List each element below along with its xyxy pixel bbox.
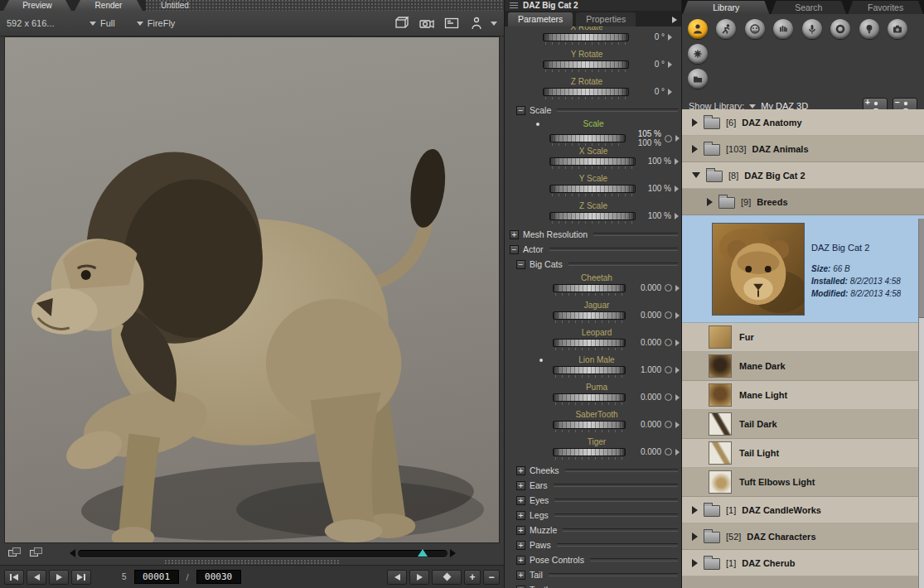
expand-arrow-icon[interactable] <box>692 506 698 514</box>
layer-view-alt-icon[interactable] <box>30 547 43 558</box>
folder-daz-animals[interactable]: [103] DAZ Animals <box>682 136 924 162</box>
group-teeth[interactable]: + Teeth <box>505 582 681 588</box>
slider-track[interactable] <box>553 339 626 347</box>
param-options-icon[interactable] <box>675 340 680 346</box>
add-frames-button[interactable]: + <box>464 570 481 585</box>
slider-tiger[interactable]: Tiger 0.000 <box>505 436 681 463</box>
slider-track[interactable] <box>549 212 636 220</box>
param-options-icon[interactable] <box>675 422 680 428</box>
param-options-icon[interactable] <box>675 285 680 292</box>
remove-frames-button[interactable]: − <box>483 570 500 585</box>
playhead-marker[interactable] <box>418 549 428 557</box>
expand-icon[interactable]: + <box>516 541 525 550</box>
group-ears[interactable]: + Ears <box>505 478 681 493</box>
slider-track[interactable] <box>553 393 626 402</box>
collapse-arrow-icon[interactable] <box>692 172 700 178</box>
perspective-cube-icon[interactable] <box>389 13 414 33</box>
material-item-tuft-elbows-light[interactable]: Tuft Elbows Light <box>682 468 924 497</box>
chevron-down-icon[interactable] <box>749 104 756 108</box>
slider-x-rotate[interactable]: X Rotate 0 ° <box>505 27 681 48</box>
slider-track[interactable] <box>543 33 629 41</box>
materials-icon[interactable] <box>830 19 850 39</box>
material-item-mane-light[interactable]: Mane Light <box>682 381 924 410</box>
group-mesh-resolution[interactable]: + Mesh Resolution <box>505 227 681 242</box>
expand-icon[interactable]: + <box>516 511 525 520</box>
collapse-icon[interactable]: − <box>516 260 525 269</box>
group-paws[interactable]: + Paws <box>505 537 681 552</box>
reset-icon[interactable] <box>665 448 672 455</box>
tab-preview[interactable]: Preview <box>3 0 71 11</box>
product-item-selected[interactable]: DAZ Big Cat 2 Size: 66 B Installed: 8/2/… <box>682 215 924 323</box>
tab-parameters[interactable]: Parameters <box>508 12 573 27</box>
material-item-tail-dark[interactable]: Tail Dark <box>682 410 924 439</box>
slider-z-rotate[interactable]: Z Rotate 0 ° <box>505 75 681 103</box>
expand-icon[interactable]: + <box>510 230 519 239</box>
tab-properties[interactable]: Properties <box>576 12 636 27</box>
slider-track[interactable] <box>543 60 629 69</box>
library-scrollbar[interactable] <box>918 219 924 588</box>
reset-icon[interactable] <box>665 284 672 292</box>
param-options-icon[interactable] <box>675 394 680 401</box>
slider-track[interactable] <box>549 157 636 166</box>
expand-arrow-icon[interactable] <box>692 533 698 541</box>
next-keyframe-button[interactable] <box>409 570 429 585</box>
slider-cheetah[interactable]: Cheetah 0.000 <box>505 272 681 299</box>
animations-icon[interactable] <box>802 19 822 39</box>
group-scale[interactable]: − Scale <box>505 103 681 118</box>
slider-y-scale[interactable]: Y Scale 100 % <box>505 172 681 200</box>
folder-daz-cherub[interactable]: [1] DAZ Cherub <box>682 550 924 576</box>
slider-lion-male[interactable]: Lion Male 1.000 <box>505 354 681 381</box>
expand-icon[interactable]: + <box>516 571 525 580</box>
param-options-icon[interactable] <box>675 449 680 455</box>
expand-icon[interactable]: + <box>516 586 525 588</box>
group-tail[interactable]: + Tail <box>505 567 681 582</box>
slider-x-scale[interactable]: X Scale 100 % <box>505 145 681 172</box>
slider-z-scale[interactable]: Z Scale 100 % <box>505 200 681 227</box>
timeline-scrubber[interactable] <box>70 548 456 558</box>
tab-render[interactable]: Render <box>75 0 143 11</box>
slider-track[interactable] <box>549 185 636 193</box>
layer-view-icon[interactable] <box>8 547 22 558</box>
slider-track[interactable] <box>553 448 626 456</box>
reset-icon[interactable] <box>665 421 672 428</box>
expand-icon[interactable]: + <box>516 466 525 475</box>
cameras-icon[interactable] <box>888 19 907 39</box>
group-big-cats[interactable]: − Big Cats <box>505 257 681 272</box>
material-item-mane-dark[interactable]: Mane Dark <box>682 352 924 381</box>
group-cheeks[interactable]: + Cheeks <box>505 463 681 478</box>
slider-leopard[interactable]: Leopard 0.000 <box>505 326 681 354</box>
collapse-icon[interactable]: − <box>510 245 519 254</box>
slider-puma[interactable]: Puma 0.000 <box>505 381 681 408</box>
folder-breeds[interactable]: [9] Breeds <box>682 189 924 215</box>
slider-track[interactable] <box>553 284 626 292</box>
param-options-icon[interactable] <box>675 135 680 142</box>
slider-track[interactable] <box>553 421 626 429</box>
collapse-icon[interactable]: − <box>516 106 525 115</box>
expand-arrow-icon[interactable] <box>692 145 698 153</box>
slider-track[interactable] <box>543 88 629 96</box>
expand-arrow-icon[interactable] <box>692 559 698 567</box>
expand-icon[interactable]: + <box>516 496 525 505</box>
scrub-right-icon[interactable] <box>450 549 456 557</box>
group-actor[interactable]: − Actor <box>505 242 681 257</box>
play-button[interactable] <box>49 570 69 585</box>
expand-arrow-icon[interactable] <box>707 198 713 206</box>
param-options-icon[interactable] <box>675 367 680 374</box>
reset-icon[interactable] <box>665 366 672 374</box>
total-frames-input[interactable] <box>196 570 241 584</box>
param-options-icon[interactable] <box>675 158 679 165</box>
render-settings-icon[interactable] <box>688 44 708 64</box>
tab-scroll-right-icon[interactable] <box>668 12 681 27</box>
viewport-canvas[interactable] <box>4 36 500 543</box>
skip-to-end-button[interactable] <box>71 570 91 585</box>
toolbar-more-icon[interactable] <box>491 22 497 26</box>
parameters-header[interactable]: DAZ Big Cat 2 <box>505 0 681 11</box>
tab-library[interactable]: Library <box>683 1 769 14</box>
group-muzzle[interactable]: + Muzzle <box>505 523 681 537</box>
param-options-icon[interactable] <box>675 186 679 192</box>
expand-icon[interactable]: + <box>516 481 525 490</box>
lights-icon[interactable] <box>859 19 879 39</box>
slider-track[interactable] <box>549 134 626 142</box>
current-frame-input[interactable] <box>134 570 179 584</box>
reset-icon[interactable] <box>665 135 672 142</box>
